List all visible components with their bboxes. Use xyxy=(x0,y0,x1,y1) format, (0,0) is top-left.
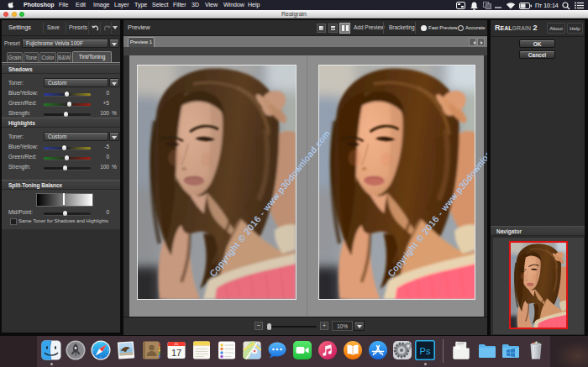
svg-text:JUL: JUL xyxy=(174,343,179,346)
svg-text:Ps: Ps xyxy=(420,346,431,356)
svg-text:17: 17 xyxy=(171,348,181,358)
